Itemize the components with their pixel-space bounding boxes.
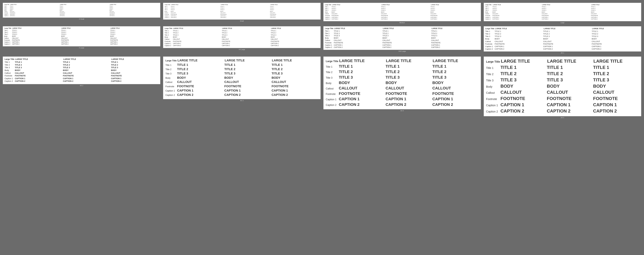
type-col1: TITLE 3 <box>171 9 220 11</box>
type-col2: FOOTNOTE <box>542 15 590 17</box>
type-row-title-1: Title 1 TITLE 1 TITLE 1 TITLE 1 <box>4 61 158 64</box>
type-col1: TITLE 2 <box>177 67 224 71</box>
card-size-label: Large <box>560 22 564 24</box>
type-col2: FOOTNOTE <box>60 12 109 14</box>
type-col1: CAPTION 1 <box>15 77 62 80</box>
type-col1: TITLE 1 <box>492 6 541 8</box>
type-col2: BODY <box>224 76 271 80</box>
card-xsmall: Large Title LARGE TITLE LARGE TITLE LARG… <box>3 3 160 24</box>
large-title-col2: LARGE TITLE <box>225 59 271 62</box>
type-col1: CAPTION 2 <box>492 18 541 20</box>
type-col3: CAPTION 1 <box>272 89 318 93</box>
card-size-label: X Large <box>79 47 84 49</box>
card-ax5: Large Title LARGE TITLE LARGE TITLE LARG… <box>484 57 641 118</box>
type-col3: CALLOUT <box>270 12 319 14</box>
type-col3: FOOTNOTE <box>432 91 478 96</box>
type-col2: CAPTION 2 <box>222 45 270 47</box>
type-col3: TITLE 1 <box>430 6 480 8</box>
type-name-label: Body <box>486 85 500 89</box>
large-title-col1: LARGE TITLE <box>493 4 541 6</box>
type-name-label: Title 2 <box>325 32 333 35</box>
type-col3: BODY <box>271 36 319 38</box>
type-col3: TITLE 3 <box>431 35 480 37</box>
type-col1: TITLE 2 <box>173 32 221 34</box>
type-row-footnote: Footnote FOOTNOTE FOOTNOTE FOOTNOTE <box>4 74 158 77</box>
type-name-label: Title 3 <box>4 8 9 10</box>
large-title-label: Large Title <box>326 60 338 63</box>
type-col2: TITLE 2 <box>222 32 270 34</box>
type-col2: CAPTION 2 <box>543 48 591 50</box>
type-row-caption-2: Caption 2 CAPTION 2 CAPTION 2 CAPTION 2 <box>4 80 158 83</box>
type-col3: CAPTION 2 <box>430 18 480 20</box>
type-col1: BODY <box>495 38 543 40</box>
type-name-label: Footnote <box>486 97 500 101</box>
type-name-label: Title 1 <box>164 30 172 32</box>
type-row-caption-2: Caption 2 CAPTION 2 CAPTION 2 CAPTION 2 <box>164 45 319 47</box>
card-size-label: AX 3 <box>240 100 244 101</box>
type-col2: FOOTNOTE <box>386 91 432 96</box>
type-name-label: Body <box>485 38 494 40</box>
type-row-title-3: Title 3 TITLE 3 TITLE 3 TITLE 3 <box>486 77 639 83</box>
type-col3: CAPTION 2 <box>272 93 318 97</box>
type-col3: TITLE 1 <box>272 63 318 67</box>
type-row-callout: Callout CALLOUT CALLOUT CALLOUT <box>326 85 478 91</box>
type-col3: CAPTION 2 <box>592 48 640 50</box>
type-row-title-3: Title 3 TITLE 3 TITLE 3 TITLE 3 <box>166 71 318 76</box>
type-col3: CAPTION 1 <box>592 45 640 48</box>
type-col1: TITLE 3 <box>492 10 541 11</box>
type-name-label: Caption 2 <box>325 18 331 20</box>
type-name-label: Footnote <box>166 85 176 88</box>
row3-grid: Large Title LARGE TITLE LARGE TITLE LARG… <box>3 57 641 118</box>
type-row-caption-2: Caption 2 CAPTION 2 CAPTION 2 CAPTION 2 <box>164 17 319 18</box>
type-col2: BODY <box>386 80 432 85</box>
type-col2: CALLOUT <box>381 13 430 15</box>
type-col3: TITLE 2 <box>431 32 480 35</box>
type-col1: CALLOUT <box>339 85 385 91</box>
type-specimen-card: Large Title LARGE TITLE LARGE TITLE LARG… <box>163 26 320 48</box>
large-title-label: Large Title <box>166 60 177 62</box>
type-name-label: Caption 2 <box>164 17 170 18</box>
type-col1: FOOTNOTE <box>334 42 382 44</box>
type-row-body: Body BODY BODY BODY <box>4 36 159 37</box>
type-col2: FOOTNOTE <box>547 95 593 102</box>
type-row-caption-1: Caption 1 CAPTION 1 CAPTION 1 CAPTION 1 <box>325 17 480 18</box>
type-name-label: Caption 1 <box>4 14 9 15</box>
type-name-label: Title 2 <box>164 32 172 34</box>
type-col2: TITLE 3 <box>386 75 432 80</box>
type-col2: CAPTION 2 <box>386 102 432 107</box>
large-title-col2: LARGE TITLE <box>544 28 591 30</box>
type-col1: CAPTION 2 <box>171 17 220 18</box>
type-row-title-1: Title 1 TITLE 1 TITLE 1 TITLE 1 <box>325 6 480 8</box>
type-col3: CALLOUT <box>592 40 640 43</box>
large-title-col1: LARGE TITLE <box>173 28 221 29</box>
type-col2: FOOTNOTE <box>222 41 270 43</box>
type-col3: BODY <box>110 36 159 37</box>
type-col3: BODY <box>110 10 159 11</box>
type-col1: TITLE 2 <box>15 64 62 66</box>
large-title-row: Large Title LARGE TITLE LARGE TITLE LARG… <box>485 4 640 6</box>
type-col3: TITLE 1 <box>592 30 640 33</box>
type-col2: TITLE 3 <box>382 35 431 37</box>
large-title-col2: LARGE TITLE <box>221 4 270 5</box>
type-col3: CAPTION 2 <box>110 15 159 17</box>
type-name-label: Body <box>325 37 333 39</box>
type-col1: FOOTNOTE <box>500 95 546 102</box>
type-col3: TITLE 1 <box>593 64 639 71</box>
type-row-title-3: Title 3 TITLE 3 TITLE 3 TITLE 3 <box>164 34 319 36</box>
type-col2: TITLE 2 <box>381 8 430 10</box>
type-col2: TITLE 1 <box>543 30 591 33</box>
type-name-label: Caption 2 <box>486 110 500 113</box>
type-row-caption-2: Caption 2 CAPTION 2 CAPTION 2 CAPTION 2 <box>166 93 318 97</box>
large-title-col1: LARGE TITLE <box>15 58 62 60</box>
type-col3: CALLOUT <box>272 80 318 84</box>
type-row-title-2: Title 2 TITLE 2 TITLE 2 TITLE 2 <box>164 32 319 34</box>
type-row-caption-2: Caption 2 CAPTION 2 CAPTION 2 CAPTION 2 <box>325 18 480 20</box>
type-name-label: Caption 1 <box>485 17 492 18</box>
type-col3: FOOTNOTE <box>593 95 639 102</box>
large-title-row: Large Title LARGE TITLE LARGE TITLE LARG… <box>325 28 480 30</box>
type-col3: CALLOUT <box>111 72 158 75</box>
type-name-label: Caption 2 <box>325 46 333 49</box>
type-name-label: Callout <box>4 11 9 12</box>
type-col1: BODY <box>15 69 62 72</box>
type-col1: BODY <box>10 10 59 11</box>
